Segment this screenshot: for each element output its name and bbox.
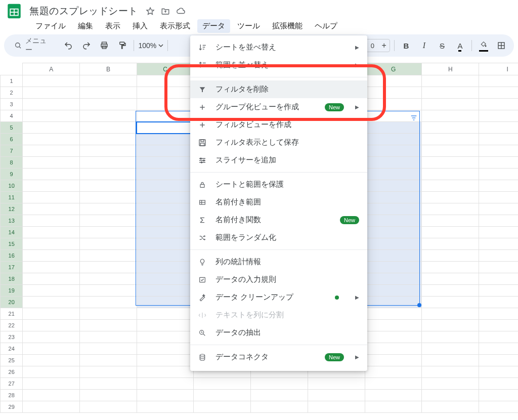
cell[interactable] [80, 110, 137, 122]
row-header[interactable]: 7 [1, 145, 23, 157]
cell[interactable] [479, 87, 518, 99]
cell[interactable] [80, 343, 137, 355]
cell[interactable] [23, 75, 80, 87]
cell[interactable] [23, 355, 80, 366]
cell[interactable] [365, 262, 422, 273]
cell[interactable] [23, 134, 80, 145]
cell[interactable] [80, 285, 137, 297]
menu-data-extraction[interactable]: データの抽出 [190, 324, 367, 342]
cell[interactable] [137, 87, 194, 99]
cell[interactable] [479, 331, 518, 343]
cell[interactable] [80, 169, 137, 180]
cell[interactable] [479, 366, 518, 378]
cell[interactable] [479, 308, 518, 320]
menu-file[interactable]: ファイル [30, 19, 71, 33]
cell[interactable] [365, 157, 422, 169]
cell[interactable] [137, 238, 194, 250]
cell[interactable] [479, 157, 518, 169]
menu-protect[interactable]: シートと範囲を保護 [190, 176, 367, 193]
cell[interactable] [137, 378, 194, 390]
undo-button[interactable] [61, 38, 76, 53]
cell[interactable] [479, 250, 518, 262]
document-title[interactable]: 無題のスプレッドシート [29, 5, 138, 18]
cell[interactable] [422, 320, 479, 331]
strikethrough-button[interactable]: S [435, 38, 449, 53]
row-header[interactable]: 2 [1, 87, 23, 99]
cell[interactable] [23, 169, 80, 180]
cell[interactable] [479, 262, 518, 273]
menu-sort-sheet[interactable]: シートを並べ替え ▶ [190, 38, 367, 56]
cell[interactable] [479, 215, 518, 227]
cell[interactable] [23, 401, 80, 413]
search-menus[interactable]: メニュー [9, 34, 58, 57]
cell[interactable] [422, 215, 479, 227]
cell[interactable] [137, 331, 194, 343]
bold-button[interactable]: B [399, 38, 413, 53]
cell[interactable] [479, 110, 518, 122]
cell[interactable] [422, 87, 479, 99]
row-header[interactable]: 29 [1, 401, 23, 413]
cell[interactable] [80, 157, 137, 169]
cell[interactable] [308, 390, 365, 401]
cell[interactable] [23, 203, 80, 215]
cell[interactable] [308, 401, 365, 413]
cell[interactable] [422, 169, 479, 180]
cell[interactable] [365, 297, 422, 308]
cell[interactable] [137, 215, 194, 227]
cell[interactable] [365, 285, 422, 297]
cell[interactable] [80, 203, 137, 215]
cell[interactable] [80, 87, 137, 99]
cell[interactable] [23, 308, 80, 320]
cell[interactable] [137, 308, 194, 320]
cell[interactable] [308, 378, 365, 390]
row-header[interactable]: 12 [1, 203, 23, 215]
cell[interactable] [422, 297, 479, 308]
cell[interactable] [479, 401, 518, 413]
cell[interactable] [194, 390, 251, 401]
text-color-button[interactable]: A [453, 38, 467, 53]
menu-data-connectors[interactable]: データコネクタ New ▶ [190, 348, 367, 366]
cell[interactable] [80, 366, 137, 378]
cell[interactable] [422, 390, 479, 401]
cell[interactable] [365, 238, 422, 250]
row-header[interactable]: 23 [1, 331, 23, 343]
row-header[interactable]: 20 [1, 297, 23, 308]
cell[interactable] [422, 250, 479, 262]
menu-named-functions[interactable]: 名前付き関数 New [190, 211, 367, 229]
cell[interactable] [365, 110, 422, 122]
cell[interactable] [23, 180, 80, 192]
menu-help[interactable]: ヘルプ [310, 19, 342, 33]
paint-format-button[interactable] [115, 38, 130, 53]
cell[interactable] [23, 285, 80, 297]
cell[interactable] [422, 145, 479, 157]
cell[interactable] [80, 355, 137, 366]
cell[interactable] [23, 99, 80, 110]
cell[interactable] [80, 401, 137, 413]
cell[interactable] [365, 169, 422, 180]
menu-insert[interactable]: 挿入 [127, 19, 153, 33]
cell[interactable] [365, 180, 422, 192]
cell[interactable] [365, 75, 422, 87]
cell[interactable] [479, 134, 518, 145]
cell[interactable] [137, 157, 194, 169]
cell[interactable] [479, 192, 518, 203]
cell[interactable] [365, 250, 422, 262]
row-header[interactable]: 8 [1, 157, 23, 169]
cell[interactable] [479, 355, 518, 366]
menu-data-validation[interactable]: データの入力規則 [190, 271, 367, 288]
cell[interactable] [479, 320, 518, 331]
column-header[interactable]: I [479, 63, 518, 75]
cell[interactable] [80, 122, 137, 134]
cell[interactable] [365, 355, 422, 366]
star-icon[interactable] [145, 6, 155, 16]
cell[interactable] [422, 192, 479, 203]
cloud-status-icon[interactable] [176, 6, 186, 16]
cell[interactable] [422, 401, 479, 413]
cell[interactable] [365, 366, 422, 378]
cell[interactable] [422, 285, 479, 297]
cell[interactable] [137, 99, 194, 110]
cell[interactable] [137, 273, 194, 285]
cell[interactable] [365, 308, 422, 320]
redo-button[interactable] [79, 38, 94, 53]
cell[interactable] [479, 169, 518, 180]
